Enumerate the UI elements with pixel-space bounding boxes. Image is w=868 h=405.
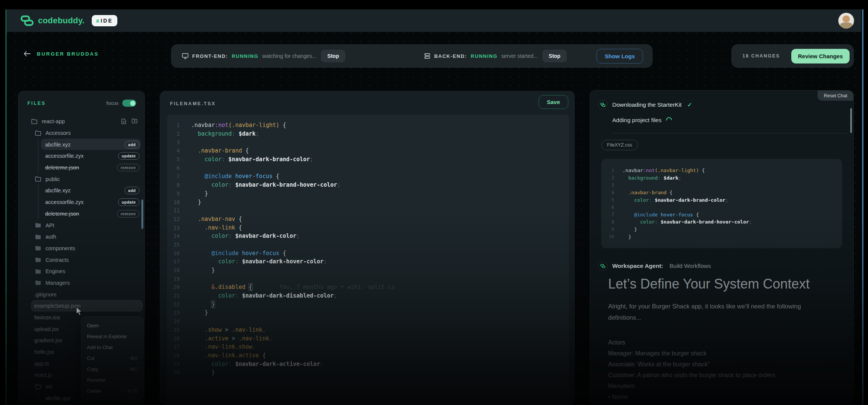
assistant-avatar-icon	[598, 261, 607, 271]
tree-guide-line	[38, 196, 38, 208]
menu-item-open[interactable]: Open	[81, 320, 143, 331]
code-line: 14 color: $navbar-dark-color;	[167, 232, 569, 240]
files-title: FILES	[27, 101, 46, 106]
menu-item-reveal-in-explorer[interactable]: Reveal in Explorer	[81, 331, 143, 342]
chat-scrollbar[interactable]	[850, 108, 852, 133]
tree-item-label: hello.jsx	[34, 349, 54, 355]
files-header: FILES focus	[18, 91, 144, 107]
tree-item-label: Managers	[46, 280, 70, 286]
code-line: 16 @include hover-focus {	[167, 249, 569, 257]
tree-item-accessors[interactable]: Accessors	[18, 127, 144, 139]
chat-list-line: • Description	[608, 402, 775, 405]
code-line: 30 }	[167, 368, 569, 377]
tree-item-deleteme-json[interactable]: deleteme.jsonremove	[18, 162, 144, 174]
code-line: 10 }	[601, 233, 842, 240]
code-line: 2 background: $dark;	[601, 174, 842, 182]
backend-status-group: BACK-END: RUNNING server started...	[424, 53, 538, 59]
reset-chat-button[interactable]: Reset Chat	[818, 91, 853, 101]
line-number: 5	[601, 197, 614, 202]
user-avatar[interactable]	[838, 13, 854, 29]
menu-item-label: Rename	[87, 377, 105, 383]
menu-item-add-to-chat[interactable]: Add to Chat	[81, 342, 143, 353]
tree-item-react-app[interactable]: react-app	[18, 116, 144, 127]
line-number: 11	[167, 207, 180, 213]
code-line: 3	[601, 181, 842, 189]
code-line: 4 .navbar-brand {	[601, 189, 842, 196]
back-arrow-icon[interactable]	[23, 51, 31, 57]
tree-item-label: upload.jsx	[34, 326, 59, 332]
tree-item-label: src	[46, 384, 53, 390]
code-line: 6	[167, 163, 569, 172]
line-number: 13	[167, 225, 180, 231]
line-number: 10	[601, 234, 614, 239]
tree-guide-line	[38, 185, 38, 196]
menu-item-delete[interactable]: Delete⌘⌫	[81, 385, 143, 396]
tree-guide-line	[38, 150, 38, 162]
menu-item-cut[interactable]: Cut⌘X	[81, 353, 143, 364]
tree-item-label: exampleSetup.json	[34, 303, 80, 309]
focus-control: focus	[106, 100, 136, 107]
tree-item-contracts[interactable]: Contracts	[18, 254, 144, 266]
show-logs-button[interactable]: Show Logs	[596, 49, 643, 63]
tree-item-components[interactable]: components	[18, 243, 144, 254]
line-number: 27	[167, 344, 180, 350]
save-button[interactable]: Save	[539, 95, 568, 109]
chat-definitions-list: ActorsManager: Manages the burger shackA…	[608, 337, 775, 405]
line-number: 7	[167, 173, 180, 179]
frontend-stop-button[interactable]: Stop	[321, 50, 345, 62]
project-name[interactable]: BURGER BRUDDAS	[37, 51, 99, 57]
add-badge: add	[124, 187, 140, 194]
code-line: 1.navbar:not(.navbar-light) {	[167, 121, 569, 130]
menu-shortcut: ⌘⌫	[127, 388, 138, 394]
line-number: 14	[167, 233, 180, 239]
window-edge-right	[862, 9, 863, 405]
chat-heading: Let’s Define Your System Context	[608, 276, 810, 292]
backend-label: BACK-END:	[434, 53, 467, 59]
tree-item-label: favicon.ico	[34, 314, 60, 320]
menu-item-copy[interactable]: Copy⌘C	[81, 364, 143, 375]
focus-toggle[interactable]	[122, 100, 136, 107]
line-number: 1	[601, 168, 614, 173]
logo: codebuddy. ʀ IDE	[20, 15, 117, 26]
tree-item-deleteme-json[interactable]: deleteme.jsonremove	[18, 208, 144, 220]
tree-item--gitignore[interactable]: .gitignore	[18, 289, 144, 300]
editor-panel: FILENAME.TSX Save 1.navbar:not(.navbar-l…	[160, 91, 575, 405]
tree-item-accessorfile-zyx[interactable]: accessorfile.zyxupdate	[18, 196, 144, 208]
code-line: 26 .active > .nav-link,	[167, 334, 569, 343]
ide-badge-label: IDE	[101, 18, 113, 24]
code-line: 21 color: $navbar-dark-disabled-color;	[167, 292, 569, 300]
menu-item-rename[interactable]: Rename	[81, 375, 143, 385]
review-changes-button[interactable]: Review Changes	[791, 49, 850, 63]
mouse-cursor	[75, 307, 83, 316]
remove-badge: remove	[117, 164, 140, 171]
tree-item-abcfile-xyz[interactable]: abcfile.xyzadd	[18, 139, 144, 150]
tree-item-label: deleteme.json	[45, 211, 79, 217]
line-number: 19	[167, 276, 180, 282]
line-number: 7	[601, 212, 614, 217]
line-number: 28	[167, 352, 180, 358]
tree-item-engines[interactable]: Engines	[18, 266, 144, 277]
tree-item-managers[interactable]: Managers	[18, 277, 144, 289]
new-folder-icon[interactable]	[132, 118, 138, 124]
folder-icon	[35, 234, 41, 240]
focus-toggle-knob	[130, 101, 135, 106]
tree-item-abcfile-xyz[interactable]: abcfile.xyzadd	[18, 185, 144, 196]
tree-item-api[interactable]: API	[18, 219, 144, 231]
tree-item-auth[interactable]: auth	[18, 231, 144, 243]
new-file-icon[interactable]	[121, 118, 126, 124]
folder-icon	[35, 257, 41, 263]
line-number: 3	[601, 183, 614, 188]
page: codebuddy. ʀ IDE BURGER BRUDDAS FRONT-EN…	[0, 0, 868, 405]
files-scrollbar[interactable]	[141, 199, 143, 229]
backend-stop-button[interactable]: Stop	[542, 50, 567, 62]
line-number: 8	[167, 182, 180, 188]
file-chip[interactable]: FileXYZ.css	[601, 140, 638, 150]
tree-item-accessorfile-zyx[interactable]: accessorfile.zyxupdate	[18, 150, 144, 162]
folder-icon	[35, 245, 41, 251]
code-line: 17 color: $navbar-dark-hover-color;	[167, 257, 569, 266]
agent-title: Workspace Agent:	[612, 263, 663, 269]
agent-subtitle: Build Workflows	[669, 263, 711, 269]
code-editor[interactable]: 1.navbar:not(.navbar-light) {2 backgroun…	[167, 115, 569, 405]
tree-item-public[interactable]: public	[18, 173, 144, 185]
adding-files-status: Adding project files	[612, 117, 672, 124]
